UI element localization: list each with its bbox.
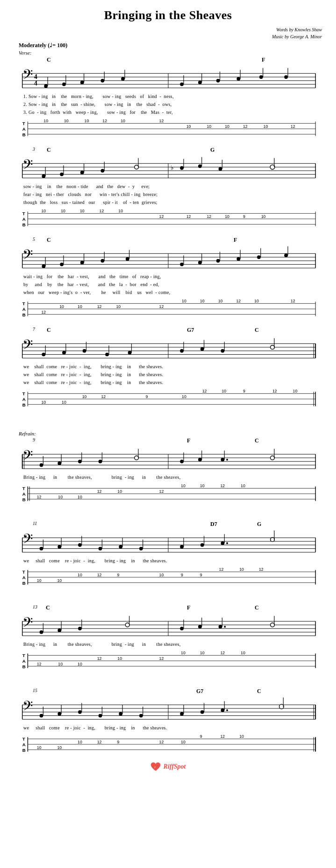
- svg-text:B: B: [22, 497, 26, 502]
- chord-F-13: F: [187, 604, 190, 611]
- svg-text:𝄢: 𝄢: [22, 615, 33, 633]
- svg-text:12: 12: [236, 299, 241, 303]
- svg-text:B: B: [22, 222, 26, 227]
- svg-point-11: [62, 83, 66, 86]
- svg-text:10: 10: [200, 299, 205, 303]
- svg-text:10: 10: [182, 394, 186, 399]
- svg-point-209: [57, 462, 61, 465]
- svg-text:10: 10: [117, 656, 122, 661]
- svg-text:10: 10: [85, 119, 89, 123]
- section-separator: [19, 417, 317, 426]
- svg-point-126: [257, 255, 261, 259]
- svg-point-225: [271, 456, 275, 460]
- svg-point-118: [180, 263, 184, 266]
- svg-text:12: 12: [202, 389, 207, 393]
- tab-13: T A B 12 10 10 12 10 12 10 10 12 10: [19, 649, 317, 673]
- words-credit: Words by Knowles Shaw: [14, 26, 322, 33]
- chord-row-9: 9 F C: [33, 437, 317, 445]
- svg-point-160: [62, 351, 66, 355]
- staff-2: 𝄢: [19, 154, 317, 182]
- svg-text:10: 10: [80, 209, 85, 213]
- svg-text:10: 10: [261, 214, 266, 219]
- svg-point-72: [180, 166, 184, 170]
- svg-text:10: 10: [200, 483, 205, 488]
- svg-text:12: 12: [291, 299, 295, 303]
- svg-text:10: 10: [264, 124, 268, 129]
- measure-num-5: 5: [33, 237, 35, 242]
- staff-13: 𝄢: [19, 612, 317, 640]
- svg-text:10: 10: [78, 304, 82, 309]
- svg-text:A: A: [22, 658, 26, 664]
- lyrics-2: sow - ing in the noon - tide and the dew…: [23, 183, 317, 206]
- tab-3: T A B 12 12 10 10 12 10 10 10 10 12 10 1…: [19, 297, 317, 321]
- svg-text:12: 12: [159, 119, 164, 123]
- chord-C-15: C: [257, 688, 261, 695]
- svg-text:10: 10: [78, 495, 82, 499]
- lyrics-9: Bring - ing in the sheaves, bring - ing …: [23, 474, 317, 481]
- svg-text:10: 10: [225, 214, 229, 219]
- svg-text:10: 10: [121, 119, 125, 123]
- chord-row-13: 13 C F C: [33, 604, 317, 612]
- svg-text:12: 12: [159, 214, 164, 219]
- svg-text:B: B: [22, 402, 26, 407]
- svg-point-362: [200, 710, 204, 714]
- svg-point-171: [200, 347, 204, 351]
- svg-point-254: [40, 547, 43, 551]
- svg-text:10: 10: [37, 745, 42, 750]
- staff-9: 𝄢: [19, 445, 317, 473]
- footer: ♪ RiffSpot: [14, 762, 322, 771]
- system-13: 13 C F C 𝄢: [19, 604, 317, 673]
- svg-point-122: [216, 259, 220, 263]
- lyrics-11: we shall come re - joic - ing, bring - i…: [23, 557, 317, 564]
- svg-text:10: 10: [222, 389, 226, 393]
- chord-F-1: F: [262, 56, 265, 63]
- svg-text:T: T: [22, 486, 25, 491]
- measure-num-3: 3: [33, 147, 35, 152]
- staff-11: 𝄢: [19, 528, 317, 556]
- svg-point-164: [105, 353, 109, 357]
- svg-point-309: [125, 623, 129, 627]
- svg-point-207: [40, 463, 43, 467]
- svg-text:A: A: [22, 217, 26, 222]
- svg-point-66: [101, 169, 105, 173]
- svg-point-364: [221, 708, 224, 712]
- svg-text:10: 10: [182, 299, 186, 303]
- svg-point-60: [42, 175, 45, 178]
- svg-text:B: B: [22, 664, 26, 669]
- svg-point-115: [126, 257, 129, 261]
- svg-point-220: [198, 458, 202, 462]
- system-3: 5 C F 𝄢: [19, 237, 317, 321]
- svg-point-124: [236, 257, 240, 261]
- svg-point-264: [139, 547, 143, 551]
- svg-text:T: T: [22, 301, 25, 306]
- svg-text:10: 10: [118, 209, 123, 213]
- svg-point-360: [180, 712, 184, 716]
- svg-point-175: [271, 345, 275, 350]
- svg-point-62: [60, 173, 64, 176]
- svg-point-120: [198, 261, 202, 265]
- svg-text:12: 12: [259, 567, 264, 572]
- chord-D7-11: D7: [210, 521, 217, 528]
- svg-text:A: A: [22, 742, 26, 747]
- svg-text:B: B: [22, 132, 26, 137]
- svg-text:10: 10: [241, 651, 245, 655]
- svg-point-307: [78, 627, 82, 630]
- svg-text:10: 10: [181, 483, 186, 488]
- svg-text:12: 12: [220, 651, 225, 655]
- svg-point-213: [99, 460, 102, 463]
- chord-row-11: 11 D7 G: [33, 521, 317, 528]
- section-separator-2: [19, 511, 317, 521]
- chord-F-3: F: [234, 237, 237, 244]
- svg-text:A: A: [22, 575, 26, 580]
- system-15: 15 G7 C 𝄢: [19, 688, 317, 756]
- svg-text:10: 10: [181, 740, 186, 744]
- svg-text:𝄢: 𝄢: [22, 699, 33, 717]
- measure-num-7: 7: [33, 327, 35, 332]
- svg-text:12: 12: [97, 656, 102, 661]
- svg-point-316: [219, 625, 222, 629]
- svg-text:♪: ♪: [154, 765, 156, 769]
- svg-point-357: [139, 714, 143, 718]
- chord-C-13b: C: [255, 604, 259, 611]
- chord-C-3: C: [47, 237, 51, 244]
- svg-text:12: 12: [159, 740, 164, 744]
